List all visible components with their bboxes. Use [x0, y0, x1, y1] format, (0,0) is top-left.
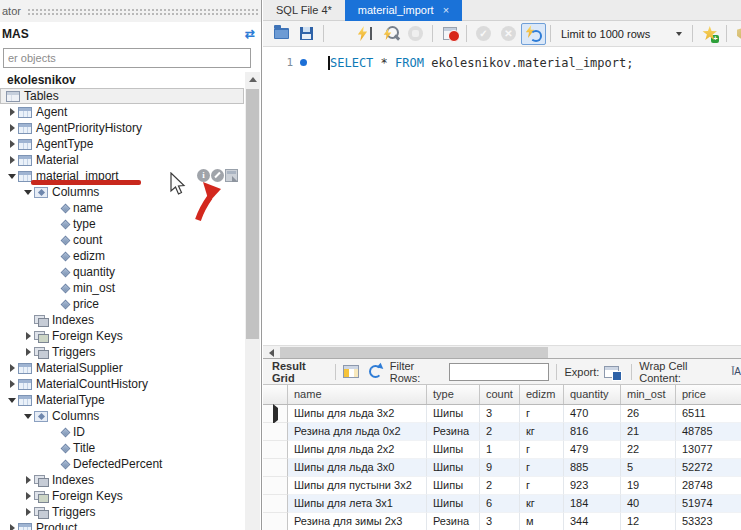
grid-cell[interactable]: 885	[564, 459, 621, 477]
grid-cell[interactable]: 12	[621, 513, 676, 530]
filter-objects-input[interactable]	[3, 48, 251, 68]
editor-hscrollbar[interactable]	[263, 345, 741, 358]
column-header-price[interactable]: price	[676, 385, 741, 404]
grid-cell[interactable]: Резина	[427, 423, 480, 441]
grid-cell[interactable]: 51974	[676, 495, 741, 513]
grid-cell[interactable]: 344	[564, 513, 621, 530]
tree-item-price[interactable]: price	[0, 296, 244, 312]
row-marker-cell[interactable]	[263, 459, 288, 477]
tree-item-type[interactable]: type	[0, 216, 244, 232]
grid-cell[interactable]: кг	[520, 423, 564, 441]
tree-item-materialtype[interactable]: MaterialType	[0, 392, 244, 408]
grid-cell[interactable]: Шипы	[427, 495, 480, 513]
grid-cell[interactable]: 9	[480, 459, 520, 477]
tree-item-triggers[interactable]: Triggers	[0, 504, 244, 520]
open-script-button[interactable]	[269, 23, 294, 45]
grid-cell[interactable]: 2	[480, 477, 520, 495]
row-marker-cell[interactable]	[263, 495, 288, 513]
tree-item-defectedpercent[interactable]: DefectedPercent	[0, 456, 244, 472]
grid-cell[interactable]: 6511	[676, 405, 741, 423]
save-snippet-button[interactable]: +	[697, 23, 722, 45]
tree-item-material-import[interactable]: material_import	[0, 168, 244, 184]
expand-arrow-icon[interactable]	[6, 106, 18, 118]
grid-cell[interactable]: 184	[564, 495, 621, 513]
collapse-arrow-icon[interactable]	[6, 170, 18, 182]
grid-cell[interactable]: 13077	[676, 441, 741, 459]
tree-item-materialsupplier[interactable]: MaterialSupplier	[0, 360, 244, 376]
grid-cell[interactable]: Шипы	[427, 477, 480, 495]
grid-cell[interactable]: Резина для зимы 2x3	[288, 513, 427, 530]
tree-item-product[interactable]: Product	[0, 520, 244, 530]
row-marker-cell[interactable]	[263, 423, 288, 441]
grid-cell[interactable]: 28748	[676, 477, 741, 495]
column-header-min-ost[interactable]: min_ost	[621, 385, 676, 404]
collapse-arrow-icon[interactable]	[22, 410, 34, 422]
grid-cell[interactable]: г	[520, 459, 564, 477]
expand-arrow-icon[interactable]	[22, 506, 34, 518]
tree-item-quantity[interactable]: quantity	[0, 264, 244, 280]
expand-arrow-icon[interactable]	[6, 154, 18, 166]
beautify-button[interactable]	[731, 23, 741, 45]
collapse-arrow-icon[interactable]	[6, 394, 18, 406]
export-icon[interactable]	[604, 366, 619, 378]
column-header-name[interactable]: name	[288, 385, 427, 404]
column-header-edizm[interactable]: edizm	[520, 385, 564, 404]
column-header-quantity[interactable]: quantity	[564, 385, 621, 404]
tree-item-triggers[interactable]: Triggers	[0, 344, 244, 360]
tree-item-agentpriorityhistory[interactable]: AgentPriorityHistory	[0, 120, 244, 136]
grid-cell[interactable]: 48785	[676, 423, 741, 441]
tree-item-foreign-keys[interactable]: Foreign Keys	[0, 488, 244, 504]
grid-cell[interactable]: г	[520, 405, 564, 423]
grid-cell[interactable]: 470	[564, 405, 621, 423]
execute-button[interactable]	[328, 23, 353, 45]
execute-current-statement-button[interactable]	[353, 23, 378, 45]
tree-item-ekolesnikov[interactable]: ekolesnikov	[0, 72, 244, 88]
expand-arrow-icon[interactable]	[22, 346, 34, 358]
grid-cell[interactable]: 479	[564, 441, 621, 459]
grid-cell[interactable]: Резина	[427, 513, 480, 530]
column-header-type[interactable]: type	[427, 385, 480, 404]
tab-material-import[interactable]: material_import×	[345, 0, 462, 21]
tree-item-materialcounthistory[interactable]: MaterialCountHistory	[0, 376, 244, 392]
stop-query-button[interactable]	[403, 23, 428, 45]
grid-cell[interactable]: Шипы для льда 2x2	[288, 441, 427, 459]
table-info-icon[interactable]	[197, 169, 210, 182]
tree-item-material[interactable]: Material	[0, 152, 244, 168]
grid-cell[interactable]: г	[520, 477, 564, 495]
close-tab-icon[interactable]: ×	[443, 5, 449, 16]
grid-cell[interactable]: 19	[621, 477, 676, 495]
grid-cell[interactable]: г	[520, 441, 564, 459]
grid-cell[interactable]: Резина для льда 0x2	[288, 423, 427, 441]
grid-cell[interactable]: Шипы для лета 3x1	[288, 495, 427, 513]
expand-arrow-icon[interactable]	[6, 378, 18, 390]
grid-cell[interactable]: 53323	[676, 513, 741, 530]
expand-arrow-icon[interactable]	[22, 474, 34, 486]
table-settings-icon[interactable]	[211, 169, 224, 182]
refresh-schemas-icon[interactable]: ⇄	[245, 27, 255, 41]
save-script-button[interactable]	[294, 23, 319, 45]
grid-cell[interactable]: 52272	[676, 459, 741, 477]
grid-cell[interactable]: 21	[621, 423, 676, 441]
expand-arrow-icon[interactable]	[6, 122, 18, 134]
grid-header-marker-cell[interactable]	[263, 385, 288, 404]
tree-item-columns[interactable]: Columns	[0, 408, 244, 424]
column-header-count[interactable]: count	[480, 385, 520, 404]
scroll-up-icon[interactable]	[245, 72, 260, 87]
scroll-left-icon[interactable]	[265, 347, 278, 358]
tree-scrollbar[interactable]	[245, 72, 260, 530]
tree-item-count[interactable]: count	[0, 232, 244, 248]
grid-cell[interactable]: 3	[480, 513, 520, 530]
tree-item-indexes[interactable]: Indexes	[0, 472, 244, 488]
tree-item-columns[interactable]: Columns	[0, 184, 244, 200]
filter-rows-input[interactable]	[449, 363, 549, 381]
grid-cell[interactable]: Шипы	[427, 459, 480, 477]
tab-sql-file-4-[interactable]: SQL File 4*	[263, 0, 345, 21]
grid-cell[interactable]: 6	[480, 495, 520, 513]
wrap-cell-content-icon[interactable]: ĪA	[732, 366, 741, 377]
grid-cell[interactable]: Шипы	[427, 405, 480, 423]
tree-item-edizm[interactable]: edizm	[0, 248, 244, 264]
expand-arrow-icon[interactable]	[22, 490, 34, 502]
grid-cell[interactable]: 1	[480, 441, 520, 459]
row-marker-cell[interactable]	[263, 477, 288, 495]
refresh-grid-icon[interactable]	[369, 365, 382, 378]
